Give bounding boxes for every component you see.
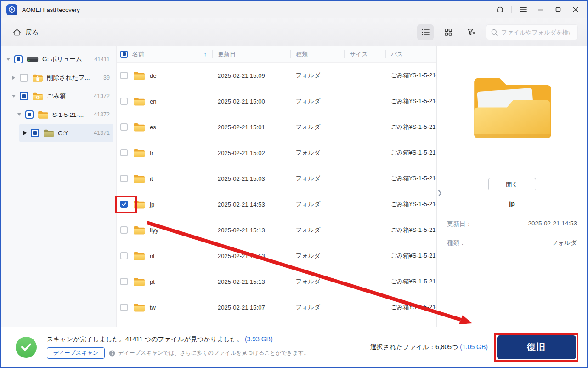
file-name: en <box>150 98 156 105</box>
table-row[interactable]: llyy 2025-02-21 15:13 フォルダ ごみ箱¥S-1-5-21-… <box>117 217 436 243</box>
expand-caret-icon[interactable] <box>22 131 28 135</box>
select-all-checkbox[interactable] <box>120 51 128 58</box>
expand-caret-icon[interactable] <box>11 95 17 98</box>
file-name: es <box>150 124 156 131</box>
scan-message: スキャンが完了しました。41411 つのファイルが見つかりました。 <box>47 335 243 343</box>
column-header-type[interactable]: 種類 <box>290 46 344 62</box>
tree-checkbox-gdrive[interactable] <box>31 129 39 137</box>
file-type: フォルダ <box>290 97 344 105</box>
table-row[interactable]: tw 2025-02-21 15:07 フォルダ ごみ箱¥S-1-5-21-4.… <box>117 294 436 320</box>
app-logo-icon <box>6 4 17 15</box>
file-date: 2025-02-21 15:00 <box>212 98 290 105</box>
table-row[interactable]: fr 2025-02-21 15:02 フォルダ ごみ箱¥S-1-5-21-4.… <box>117 140 436 166</box>
folder-icon <box>133 122 145 132</box>
file-type: フォルダ <box>290 252 344 260</box>
folder-icon <box>133 200 145 209</box>
tree-item-gdrive[interactable]: G:¥ 41371 <box>19 124 113 142</box>
expand-caret-icon[interactable] <box>17 113 22 116</box>
toolbar: 戻る <box>1 18 587 46</box>
file-date: 2025-02-21 15:13 <box>212 278 290 285</box>
row-checkbox[interactable] <box>120 252 128 259</box>
table-row-jp-selected[interactable]: jp 2025-02-21 14:53 フォルダ ごみ箱¥S-1-5-21-4.… <box>117 191 436 217</box>
folder-icon <box>133 97 145 106</box>
row-checkbox[interactable] <box>120 123 128 131</box>
tree-item-volume[interactable]: G: ボリューム 41411 <box>1 50 116 69</box>
file-name: pt <box>150 278 155 285</box>
open-button[interactable]: 開く <box>488 178 536 190</box>
tree-item-recyclebin[interactable]: ごみ箱 41372 <box>1 87 116 105</box>
file-path: ごみ箱¥S-1-5-21-4... <box>385 71 436 80</box>
row-checkbox[interactable] <box>120 278 128 285</box>
home-icon <box>13 29 21 36</box>
column-header-size[interactable]: サイズ <box>344 46 385 62</box>
expand-caret-icon[interactable] <box>11 76 17 80</box>
tree-checkbox-recyclebin[interactable] <box>20 92 28 100</box>
file-list: 名前 ↑ 更新日 種類 サイズ パス de 2025-02-21 15:09 フ… <box>117 46 436 327</box>
minimize-button[interactable] <box>533 3 548 17</box>
column-header-date[interactable]: 更新日 <box>212 46 290 62</box>
status-bar: スキャンが完了しました。41411 つのファイルが見つかりました。 (3.93 … <box>1 327 587 367</box>
row-checkbox[interactable] <box>120 72 128 79</box>
scan-size: (3.93 GB) <box>245 335 273 343</box>
file-path: ごみ箱¥S-1-5-21-4... <box>385 123 436 131</box>
collapse-panel-chevron-icon[interactable] <box>438 190 442 199</box>
type-value: フォルダ <box>552 239 577 247</box>
row-checkbox[interactable] <box>120 149 128 156</box>
row-checkbox[interactable] <box>120 226 128 234</box>
table-row[interactable]: nl 2025-02-21 15:13 フォルダ ごみ箱¥S-1-5-21-4.… <box>117 243 436 269</box>
table-row[interactable]: es 2025-02-21 15:01 フォルダ ごみ箱¥S-1-5-21-4.… <box>117 114 436 140</box>
app-window: AOMEI FastRecovery <box>0 0 588 368</box>
filter-button[interactable] <box>463 24 480 40</box>
table-row[interactable]: en 2025-02-21 15:00 フォルダ ごみ箱¥S-1-5-21-4.… <box>117 88 436 114</box>
grid-view-button[interactable] <box>440 24 457 40</box>
file-type: フォルダ <box>290 149 344 157</box>
folder-icon <box>38 110 49 119</box>
preview-panel: 開く jp 更新日： 2025-02-21 14:53 種類： フォルダ <box>436 46 587 327</box>
folder-icon <box>133 251 145 261</box>
row-checkbox-checked[interactable] <box>120 201 128 208</box>
close-button[interactable] <box>568 3 583 17</box>
tree-item-deleted[interactable]: 削除されたフ... 39 <box>1 69 116 87</box>
row-checkbox[interactable] <box>120 304 128 311</box>
info-icon <box>109 350 115 356</box>
search-icon <box>491 29 498 36</box>
titlebar-separator <box>511 6 512 13</box>
modified-label: 更新日： <box>447 220 472 228</box>
back-button[interactable]: 戻る <box>13 28 39 37</box>
row-checkbox[interactable] <box>120 98 128 105</box>
folder-icon <box>133 277 145 287</box>
file-path: ごみ箱¥S-1-5-21-4... <box>385 277 436 286</box>
maximize-button[interactable] <box>550 3 566 17</box>
tree-label: 削除されたフ... <box>47 74 90 82</box>
file-name: tw <box>150 304 156 311</box>
recover-button[interactable]: 復旧 <box>497 335 576 359</box>
selected-files-text: 選択されたファイル：6,805つ (1.05 GB) <box>370 343 488 351</box>
file-type: フォルダ <box>290 123 344 131</box>
tree-count: 41371 <box>94 130 110 136</box>
tree-checkbox-deleted[interactable] <box>20 74 28 82</box>
sort-ascending-icon[interactable]: ↑ <box>204 51 207 58</box>
tree-checkbox-volume[interactable] <box>14 55 23 63</box>
deep-scan-button[interactable]: ディープスキャン <box>47 347 105 359</box>
menu-hamburger-icon[interactable] <box>515 3 531 17</box>
table-row[interactable]: pt 2025-02-21 15:13 フォルダ ごみ箱¥S-1-5-21-4.… <box>117 269 436 294</box>
column-header-name[interactable]: 名前 <box>132 50 144 58</box>
table-row[interactable]: de 2025-02-21 15:09 フォルダ ごみ箱¥S-1-5-21-4.… <box>117 63 436 88</box>
tree-item-sid[interactable]: S-1-5-21-... 41372 <box>1 105 116 124</box>
olive-folder-icon <box>43 129 54 138</box>
file-name: llyy <box>150 227 158 234</box>
tree-label: ごみ箱 <box>47 92 66 100</box>
row-checkbox[interactable] <box>120 175 128 182</box>
support-headset-icon[interactable] <box>492 3 508 17</box>
file-name: jp <box>150 201 154 208</box>
file-type: フォルダ <box>290 226 344 234</box>
list-view-button[interactable] <box>417 24 434 40</box>
search-input[interactable] <box>501 29 570 36</box>
tree-count: 41411 <box>94 56 110 63</box>
modified-value: 2025-02-21 14:53 <box>528 220 577 228</box>
column-header-path[interactable]: パス <box>385 46 436 62</box>
table-row[interactable]: it 2025-02-21 15:03 フォルダ ごみ箱¥S-1-5-21-4.… <box>117 166 436 191</box>
tree-count: 41372 <box>94 111 110 118</box>
expand-caret-icon[interactable] <box>6 58 11 61</box>
tree-checkbox-sid[interactable] <box>25 110 34 119</box>
